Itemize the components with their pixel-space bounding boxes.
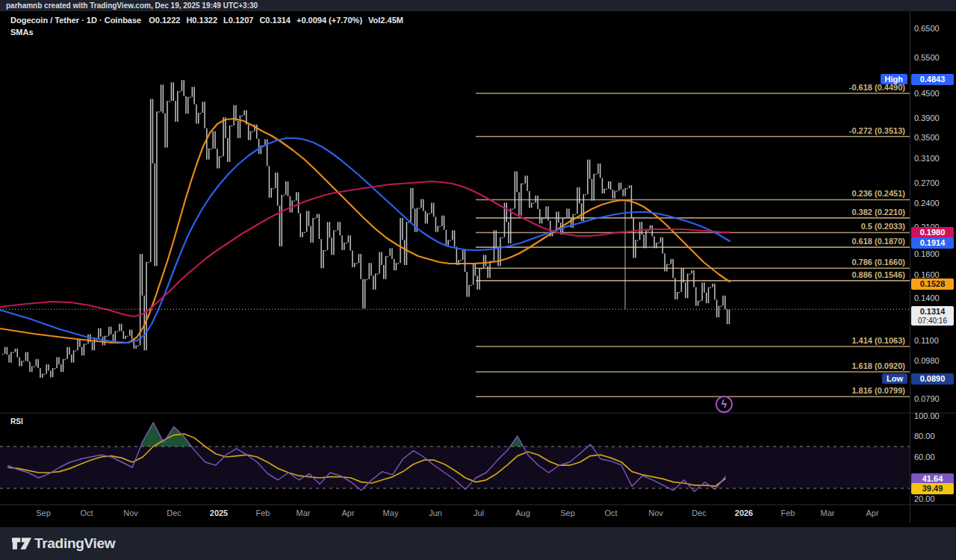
candle-bar	[556, 212, 557, 231]
candle-bar	[727, 309, 728, 324]
candle-bar	[589, 160, 591, 179]
candle-bar	[108, 327, 110, 336]
candle-bar	[527, 175, 528, 191]
tradingview-logo-text[interactable]: TradingView	[34, 535, 115, 552]
candle-bar	[496, 230, 497, 247]
candle-bar	[27, 352, 28, 362]
symbol-title: Dogecoin / Tether · 1D · Coinbase	[10, 16, 141, 25]
candle-bar	[40, 368, 41, 378]
candle-bar	[152, 99, 154, 164]
last-price-badge: 0.131407:40:16	[911, 306, 954, 326]
candle-bar	[712, 284, 713, 287]
candle-bar	[515, 172, 516, 209]
candle-bar	[341, 235, 343, 250]
candle-bar	[119, 324, 120, 332]
candle-bar	[208, 149, 210, 160]
quick-trade-button[interactable]: ϟ	[716, 396, 733, 413]
candle-bar	[36, 359, 37, 367]
volume-value: 2.45M	[380, 16, 403, 25]
candle-bar	[473, 263, 474, 284]
candle-bar	[666, 264, 668, 272]
candle-bar	[533, 203, 535, 204]
rsi-axis-tick: 20.00	[914, 494, 935, 503]
candle-bar	[190, 97, 191, 98]
candle-bar	[481, 268, 482, 269]
sma-long-price-badge: 0.1980	[911, 227, 954, 238]
candle-bar	[232, 125, 233, 126]
candle-bar	[577, 187, 578, 214]
candle-bar	[710, 287, 712, 288]
candle-bar	[420, 199, 422, 208]
candle-bar	[402, 218, 403, 240]
footer-bar: TradingView	[0, 527, 956, 560]
candle-bar	[689, 273, 691, 274]
change-value: +0.0094 (+7.70%)	[297, 16, 362, 25]
candle-bar	[338, 222, 339, 230]
candle-bar	[55, 368, 56, 369]
candle-bar	[516, 172, 518, 193]
fib-level-label: 0.382 (0.2210)	[851, 208, 905, 217]
candle-bar	[354, 263, 356, 267]
candle-bar	[65, 359, 66, 360]
time-axis-month-label: Oct	[80, 508, 93, 517]
candle-bar	[179, 91, 181, 92]
candle-bar	[296, 192, 297, 200]
candle-bar	[452, 230, 453, 240]
candle-bar	[164, 113, 166, 148]
rsi-ma-value-badge: 39.49	[911, 483, 954, 494]
candle-bar	[610, 181, 612, 190]
candle-bar	[475, 263, 477, 276]
fib-level-label: 1.816 (0.0799)	[851, 386, 905, 395]
candle-bar	[547, 206, 549, 220]
candle-bar	[722, 296, 724, 306]
sma-mid-line	[0, 138, 730, 343]
candle-bar	[497, 247, 499, 266]
candle-bar	[668, 264, 670, 265]
candle-bar	[19, 357, 20, 366]
candle-bar	[444, 216, 445, 230]
candle-bar	[645, 230, 647, 248]
candle-bar	[233, 105, 235, 125]
candle-bar	[460, 260, 462, 261]
candle-bar	[510, 208, 512, 243]
volume-label: Vol	[368, 16, 380, 25]
time-axis-month-label: Apr	[341, 508, 354, 517]
candle-bar	[462, 250, 464, 260]
candle-bar	[44, 374, 46, 375]
fib-level-label: 0.236 (0.2451)	[851, 189, 905, 198]
tradingview-logo-icon[interactable]	[12, 537, 31, 553]
ohlc-h: H0.1322	[186, 16, 217, 25]
candle-bar	[21, 361, 22, 366]
price-axis-tick: 0.3100	[914, 154, 940, 163]
fib-level-label: -0.272 (0.3513)	[849, 126, 906, 135]
candle-bar	[256, 125, 258, 139]
candle-bar	[137, 346, 139, 346]
candle-bar	[211, 149, 212, 149]
candle-bar	[242, 116, 243, 116]
candle-bar	[714, 284, 716, 300]
fib-level-label: 1.618 (0.0920)	[851, 361, 905, 370]
candle-bar	[456, 247, 458, 265]
candle-bar	[583, 194, 585, 221]
price-axis-tick: 0.6500	[914, 24, 940, 33]
chart-plot[interactable]: -0.618 (0.4490)-0.272 (0.3513)0.236 (0.2…	[0, 0, 956, 523]
candle-bar	[438, 226, 439, 232]
candle-bar	[383, 265, 385, 279]
candle-bar	[656, 243, 657, 249]
candle-bar	[311, 226, 312, 243]
candle-bar	[398, 263, 400, 264]
candle-bar	[115, 332, 117, 343]
candle-bar	[494, 230, 495, 261]
candle-bar	[217, 149, 218, 168]
candle-bar	[300, 214, 302, 237]
candle-bar	[404, 240, 406, 265]
time-axis-year-label: 2026	[735, 508, 753, 517]
candle-bar	[654, 237, 655, 249]
candle-bar	[360, 254, 361, 279]
candle-bar	[229, 125, 231, 162]
candle-bar	[60, 364, 62, 372]
candle-bar	[252, 131, 253, 132]
candle-bar	[23, 361, 25, 361]
time-axis-month-label: Feb	[781, 508, 795, 517]
time-axis-month-label: May	[383, 508, 399, 517]
